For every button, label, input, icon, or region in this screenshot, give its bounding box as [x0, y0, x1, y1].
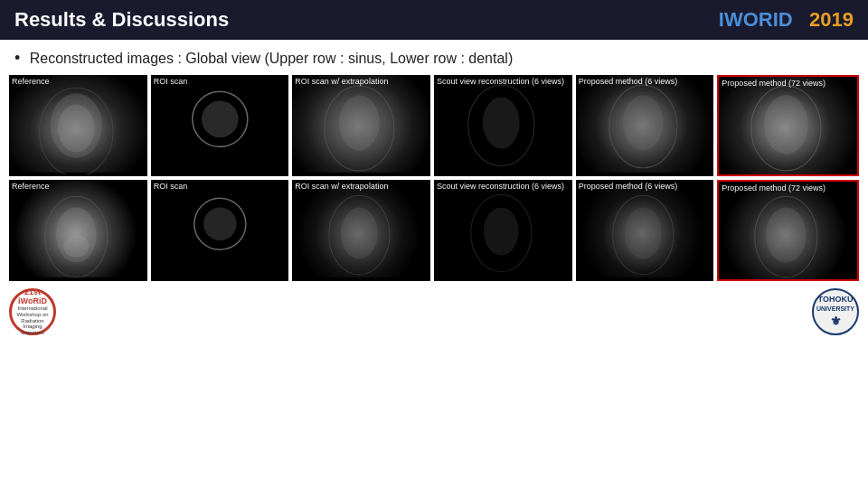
dental-roi-cell: ROI scan	[151, 180, 289, 281]
svg-point-17	[203, 208, 237, 241]
sinus-proposed6-label: Proposed method (6 views)	[579, 77, 678, 87]
dental-row: Reference ROI scan ROI scan w/ extrapola…	[9, 180, 859, 281]
dental-roi-extrap-label: ROI scan w/ extrapolation	[295, 182, 388, 192]
svg-point-9	[609, 85, 676, 168]
sinus-roi-extrap-cell: ROI scan w/ extrapolation	[292, 75, 430, 176]
svg-point-24	[755, 196, 817, 277]
svg-point-15	[63, 235, 89, 257]
svg-point-10	[623, 95, 664, 150]
sinus-roi-image	[151, 75, 289, 173]
svg-point-18	[329, 195, 390, 275]
page-title: Results & Discussions	[14, 8, 229, 32]
svg-point-19	[341, 208, 378, 259]
svg-point-2	[58, 105, 95, 153]
svg-point-0	[40, 88, 113, 174]
svg-point-23	[625, 208, 662, 259]
sinus-ref-image	[9, 75, 147, 173]
sinus-scout-image	[434, 75, 572, 173]
dental-roi-extrap-image	[292, 180, 430, 277]
dental-proposed72-image	[719, 182, 857, 279]
svg-point-21	[484, 208, 519, 256]
svg-point-7	[468, 85, 534, 166]
svg-point-20	[471, 194, 532, 271]
dental-roi-label: ROI scan	[154, 182, 188, 192]
workshop-logo: 21st iWoRiD International Workshop on Ra…	[9, 288, 56, 335]
subtitle-row: • Reconstructed images : Global view (Up…	[0, 40, 868, 75]
svg-point-14	[56, 208, 97, 263]
sinus-roi-cell: ROI scan	[151, 75, 289, 176]
dental-scout-cell: Scout view reconstruction (6 views)	[434, 180, 572, 281]
dental-ref-cell: Reference	[9, 180, 147, 281]
bullet-icon: •	[14, 49, 20, 67]
dental-scout-image	[434, 180, 572, 277]
svg-point-8	[483, 97, 520, 148]
svg-point-13	[45, 196, 108, 277]
brand-year: 2019	[809, 8, 854, 31]
sinus-proposed72-image	[719, 77, 857, 174]
images-section: Reference ROI scan ROI scan w/ extrapola…	[0, 75, 868, 281]
university-logo: TOHOKU UNIVERSITY ⚜	[812, 288, 859, 335]
sinus-proposed72-label: Proposed method (72 views)	[722, 79, 826, 89]
header: Results & Discussions IWORID 2019	[0, 0, 868, 40]
workshop-inner-text: 21st iWoRiD International Workshop on Ra…	[12, 288, 53, 336]
sinus-roi-label: ROI scan	[154, 77, 188, 87]
sinus-roi-extrap-label: ROI scan w/ extrapolation	[295, 77, 388, 87]
svg-point-11	[751, 86, 821, 171]
svg-point-22	[612, 195, 673, 275]
dental-proposed72-cell: Proposed method (72 views)	[717, 180, 859, 281]
dental-proposed6-label: Proposed method (6 views)	[579, 182, 678, 192]
svg-point-16	[194, 198, 246, 249]
dental-scout-label: Scout view reconstruction (6 views)	[437, 182, 564, 192]
svg-point-5	[325, 86, 394, 171]
svg-point-12	[764, 95, 808, 154]
subtitle-text: Reconstructed images : Global view (Uppe…	[30, 51, 513, 66]
brand-iworid: IWORID	[719, 8, 793, 31]
dental-proposed6-image	[576, 180, 714, 277]
dental-ref-image	[9, 180, 147, 277]
svg-point-1	[51, 93, 102, 157]
sinus-roi-extrap-image	[292, 75, 430, 173]
svg-point-6	[339, 95, 380, 150]
svg-point-3	[192, 91, 247, 146]
sinus-ref-label: Reference	[12, 77, 50, 87]
dental-ref-label: Reference	[12, 182, 50, 192]
sinus-proposed6-image	[576, 75, 714, 173]
svg-point-25	[766, 207, 807, 262]
dental-roi-image	[151, 180, 289, 277]
dental-proposed72-label: Proposed method (72 views)	[722, 183, 826, 193]
brand: IWORID 2019	[719, 8, 854, 32]
sinus-scout-cell: Scout view reconstruction (6 views)	[434, 75, 572, 176]
sinus-proposed6-cell: Proposed method (6 views)	[576, 75, 714, 176]
svg-point-4	[202, 100, 239, 137]
sinus-row: Reference ROI scan ROI scan w/ extrapola…	[9, 75, 859, 176]
sinus-proposed72-cell: Proposed method (72 views)	[717, 75, 859, 176]
dental-roi-extrap-cell: ROI scan w/ extrapolation	[292, 180, 430, 281]
sinus-ref-cell: Reference	[9, 75, 147, 176]
workshop-circle: 21st iWoRiD International Workshop on Ra…	[9, 288, 56, 335]
dental-proposed6-cell: Proposed method (6 views)	[576, 180, 714, 281]
footer: 21st iWoRiD International Workshop on Ra…	[0, 285, 868, 339]
sinus-scout-label: Scout view reconstruction (6 views)	[437, 77, 564, 87]
